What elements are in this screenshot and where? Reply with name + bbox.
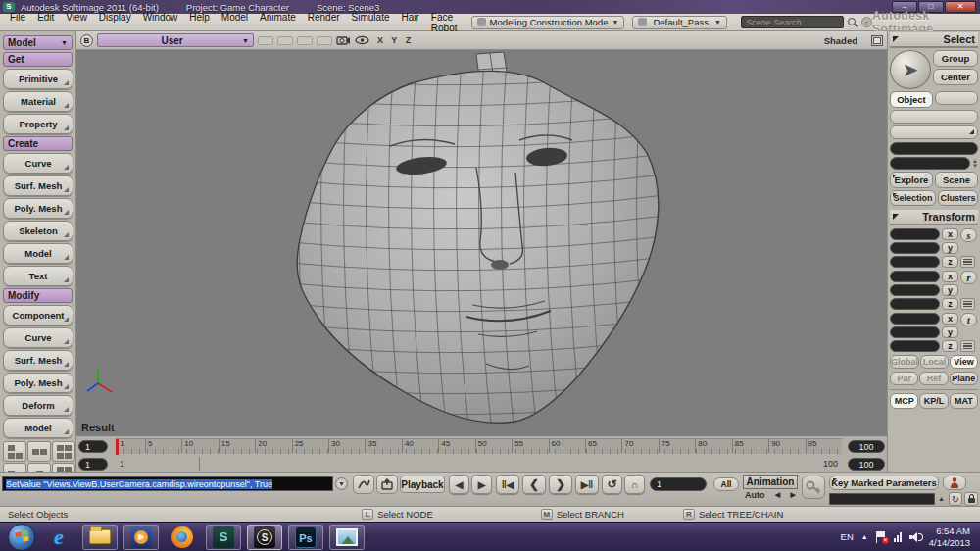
- tab-mcp[interactable]: MCP: [890, 393, 918, 409]
- transform-t-y-field[interactable]: [890, 326, 940, 338]
- transform-r-y-field[interactable]: [890, 284, 940, 296]
- refresh-icon[interactable]: ↻: [949, 492, 962, 506]
- object-button[interactable]: Object: [890, 91, 933, 108]
- script-history-dropdown[interactable]: ▼: [335, 477, 348, 490]
- transform-r-z-field[interactable]: [890, 298, 940, 310]
- viewport-resize-icon[interactable]: [871, 35, 883, 46]
- toolbar-button-get-material[interactable]: Material: [3, 91, 74, 112]
- tool-s-button[interactable]: s: [960, 228, 977, 242]
- viewport-letter-badge[interactable]: B: [80, 34, 93, 47]
- space-global[interactable]: Global: [890, 355, 919, 369]
- toolbar-button-modify-model[interactable]: Model: [3, 418, 74, 438]
- taskbar-photoshop[interactable]: Ps: [288, 525, 323, 550]
- filter-slot-2[interactable]: [890, 110, 978, 124]
- axis-t-z-button[interactable]: z: [942, 340, 958, 352]
- range-end-field[interactable]: 100: [848, 458, 885, 471]
- script-editor-icon[interactable]: [353, 475, 374, 494]
- loop-icon[interactable]: ↺: [602, 475, 622, 494]
- axis-toggle-xyz[interactable]: X Y Z: [377, 35, 414, 45]
- taskbar-internet-explorer[interactable]: e: [41, 525, 76, 550]
- toolbar-button-modify-poly-mesh[interactable]: Poly. Mesh: [3, 373, 74, 393]
- filter-expand-button[interactable]: [890, 125, 978, 139]
- toolbar-button-create-model[interactable]: Model: [3, 243, 74, 264]
- tab-mat[interactable]: MAT: [950, 393, 978, 409]
- stack-icon-t[interactable]: [960, 340, 975, 352]
- axis-s-y-button[interactable]: y: [942, 242, 958, 254]
- viewport-b[interactable]: B User ▼ X Y Z Shaded: [76, 31, 887, 436]
- transform-t-x-field[interactable]: [890, 313, 940, 325]
- space-local[interactable]: Local: [920, 355, 949, 369]
- ref-plane[interactable]: Plane: [950, 372, 978, 385]
- tool-t-button[interactable]: t: [960, 313, 977, 326]
- selection-button[interactable]: Selection: [890, 190, 936, 206]
- axis-s-x-button[interactable]: x: [942, 228, 958, 240]
- volume-icon[interactable]: [909, 532, 921, 542]
- range-slider[interactable]: 1 100: [116, 457, 842, 471]
- taskbar-firefox[interactable]: [165, 525, 200, 550]
- eye-icon[interactable]: [355, 34, 369, 46]
- selection-field-1[interactable]: [890, 142, 978, 155]
- spinner-arrows[interactable]: ▲▼: [972, 159, 978, 169]
- axis-s-z-button[interactable]: z: [942, 256, 958, 268]
- animation-dropdown[interactable]: Animation: [743, 475, 798, 489]
- transform-t-z-field[interactable]: [890, 340, 940, 352]
- viewport-layout-button-2[interactable]: [27, 441, 51, 462]
- keyframe-key-icon[interactable]: [802, 476, 825, 499]
- filter-slot-1[interactable]: [935, 91, 978, 105]
- transform-r-x-field[interactable]: [890, 271, 940, 282]
- clock[interactable]: 6:54 AM 4/14/2013: [929, 526, 970, 549]
- toolbar-button-modify-component[interactable]: Component: [3, 305, 74, 326]
- previous-frame-icon[interactable]: ❮: [522, 475, 546, 494]
- memo-cam-slot-3[interactable]: [297, 36, 313, 45]
- toolbar-button-create-surf-mesh[interactable]: Surf. Mesh: [3, 175, 74, 196]
- auto-key-label[interactable]: Auto: [745, 490, 765, 500]
- axis-t-y-button[interactable]: y: [942, 326, 958, 338]
- step-forward-icon[interactable]: ▶: [471, 475, 492, 494]
- selection-field-2[interactable]: [890, 157, 970, 170]
- memo-cam-slot-1[interactable]: [258, 36, 273, 45]
- taskbar-file-explorer[interactable]: [82, 525, 118, 550]
- ref-par[interactable]: Par: [890, 372, 918, 385]
- step-back-icon[interactable]: ◀: [449, 475, 469, 494]
- go-to-start-icon[interactable]: ‖◀: [496, 475, 519, 494]
- group-button[interactable]: Group: [933, 50, 978, 67]
- script-command-box[interactable]: SetValue "Views.ViewB.UserCamera.camdisp…: [2, 476, 333, 491]
- network-icon[interactable]: [894, 532, 902, 542]
- memo-cam-slot-4[interactable]: [317, 36, 332, 45]
- scene-search-input[interactable]: Scene Search: [741, 16, 844, 28]
- range-divider[interactable]: [199, 457, 200, 471]
- clear-search-icon[interactable]: c: [861, 17, 872, 27]
- center-button[interactable]: Center: [933, 69, 978, 85]
- taskbar-softimage-launcher[interactable]: S: [206, 525, 241, 550]
- camera-icon[interactable]: [336, 34, 351, 46]
- go-to-end-icon[interactable]: ▶‖: [575, 475, 599, 494]
- toolbar-button-modify-surf-mesh[interactable]: Surf. Mesh: [3, 350, 74, 371]
- stack-icon-r[interactable]: [960, 298, 975, 310]
- display-mode-dropdown[interactable]: Shaded: [824, 35, 858, 46]
- viewport-canvas[interactable]: Result: [76, 50, 887, 436]
- toolbar-button-get-primitive[interactable]: Primitive: [3, 69, 74, 89]
- transform-s-x-field[interactable]: [890, 228, 940, 240]
- axis-r-x-button[interactable]: x: [942, 271, 958, 282]
- tool-r-button[interactable]: r: [960, 271, 977, 284]
- toolbar-button-create-curve[interactable]: Curve: [3, 153, 74, 174]
- language-indicator[interactable]: EN: [841, 531, 854, 542]
- select-cursor-button[interactable]: ➤: [890, 50, 931, 89]
- mode-selector[interactable]: Model ▼: [3, 35, 73, 50]
- construction-mode-dropdown[interactable]: Modeling Construction Mode ▼: [471, 16, 625, 29]
- taskbar-softimage-active[interactable]: S: [247, 525, 282, 550]
- playback-button[interactable]: Playback: [400, 476, 445, 493]
- axis-t-x-button[interactable]: x: [942, 313, 958, 325]
- tab-kp-l[interactable]: KP/L: [919, 393, 948, 409]
- space-view[interactable]: View: [950, 355, 978, 369]
- auto-prev-icon[interactable]: ◀: [775, 491, 780, 499]
- auto-next-icon[interactable]: ▶: [791, 491, 796, 499]
- toolbar-button-create-text[interactable]: Text: [3, 266, 74, 286]
- camera-dropdown[interactable]: User ▼: [97, 33, 254, 47]
- command-box-icon[interactable]: [376, 475, 398, 494]
- pass-dropdown[interactable]: Default_Pass ▼: [632, 16, 727, 29]
- ref-ref[interactable]: Ref: [919, 372, 948, 385]
- next-frame-icon[interactable]: ❯: [549, 475, 572, 494]
- marked-parameter-field[interactable]: [829, 493, 935, 505]
- toolbar-button-get-property[interactable]: Property: [3, 114, 74, 134]
